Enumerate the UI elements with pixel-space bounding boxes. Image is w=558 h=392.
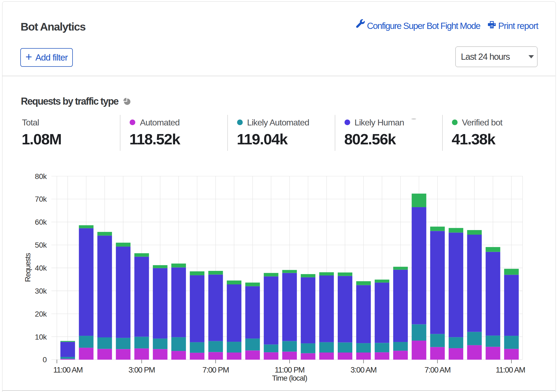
svg-text:20k: 20k — [35, 310, 47, 318]
svg-text:50k: 50k — [35, 241, 47, 249]
svg-text:11:00 AM: 11:00 AM — [496, 366, 525, 374]
svg-text:7:00 AM: 7:00 AM — [425, 366, 451, 374]
svg-text:11:00 PM: 11:00 PM — [275, 366, 304, 374]
svg-text:30k: 30k — [35, 287, 47, 295]
svg-text:3:00 PM: 3:00 PM — [129, 366, 155, 374]
svg-text:3:00 AM: 3:00 AM — [350, 366, 376, 374]
svg-text:40k: 40k — [35, 264, 47, 272]
svg-text:0: 0 — [42, 356, 47, 364]
svg-text:60k: 60k — [35, 218, 47, 226]
svg-text:10k: 10k — [35, 333, 47, 341]
svg-text:Time (local): Time (local) — [272, 374, 307, 382]
svg-text:80k: 80k — [35, 172, 47, 181]
svg-text:11:00 AM: 11:00 AM — [53, 366, 83, 374]
svg-text:Requests: Requests — [24, 253, 32, 282]
svg-text:70k: 70k — [35, 195, 47, 203]
svg-text:7:00 PM: 7:00 PM — [202, 366, 229, 374]
